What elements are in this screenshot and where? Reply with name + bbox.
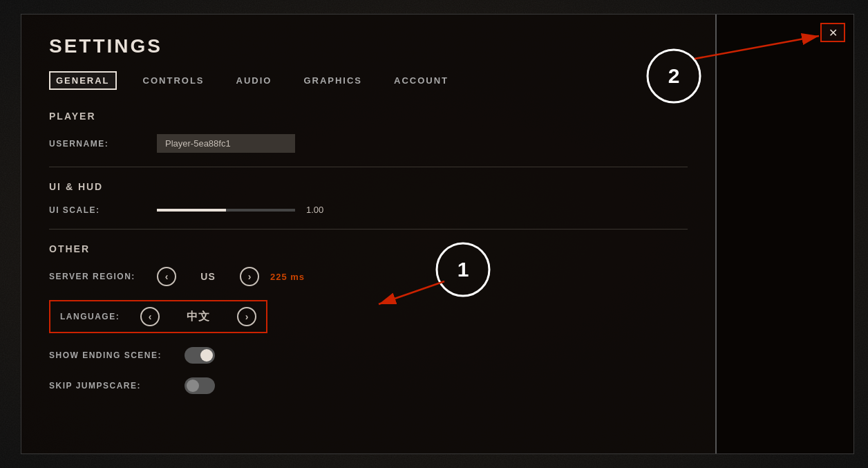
username-label: USERNAME: — [49, 139, 146, 149]
ui-scale-slider-container: 1.00 — [157, 205, 334, 215]
close-icon: ✕ — [829, 26, 838, 39]
settings-panel: ✕ SETTINGS GENERAL CONTROLS AUDIO GRAPHI… — [21, 14, 854, 454]
ui-hud-section: UI & HUD UI SCALE: 1.00 — [49, 181, 688, 215]
player-section-title: PLAYER — [49, 111, 688, 122]
ui-hud-section-title: UI & HUD — [49, 181, 688, 192]
username-row: USERNAME: — [49, 134, 688, 153]
show-ending-scene-slider — [185, 347, 215, 364]
server-region-value: US — [187, 271, 229, 282]
content-area: SETTINGS GENERAL CONTROLS AUDIO GRAPHICS… — [21, 15, 715, 453]
skip-jumpscare-slider — [185, 377, 215, 394]
server-region-next-button[interactable]: › — [240, 267, 259, 286]
other-section-title: OTHER — [49, 243, 688, 254]
server-region-prev-button[interactable]: ‹ — [157, 267, 176, 286]
skip-jumpscare-row: SKIP JUMPSCARE: — [49, 377, 688, 394]
close-button[interactable]: ✕ — [820, 23, 845, 42]
tab-audio[interactable]: AUDIO — [231, 73, 278, 88]
ui-scale-slider[interactable] — [157, 209, 295, 212]
tab-account[interactable]: ACCOUNT — [388, 73, 454, 88]
other-section: OTHER SERVER REGION: ‹ US › 225 ms LANGU… — [49, 243, 688, 394]
tab-graphics[interactable]: GRAPHICS — [298, 73, 368, 88]
ui-scale-label: UI SCALE: — [49, 205, 146, 215]
show-ending-scene-label: SHOW ENDING SCENE: — [49, 350, 173, 360]
language-next-button[interactable]: › — [237, 307, 256, 326]
language-row: LANGUAGE: ‹ 中文 › — [49, 300, 267, 333]
skip-jumpscare-label: SKIP JUMPSCARE: — [49, 381, 173, 391]
player-section: PLAYER USERNAME: — [49, 111, 688, 153]
tab-controls[interactable]: CONTROLS — [138, 73, 210, 88]
server-region-row: SERVER REGION: ‹ US › 225 ms — [49, 267, 688, 286]
language-value: 中文 — [171, 310, 226, 324]
show-ending-scene-toggle[interactable] — [185, 347, 215, 364]
language-prev-button[interactable]: ‹ — [140, 307, 160, 326]
divider-2 — [49, 229, 688, 230]
tab-general[interactable]: GENERAL — [49, 71, 117, 90]
skip-jumpscare-toggle[interactable] — [185, 377, 215, 394]
language-label: LANGUAGE: — [60, 312, 129, 321]
server-latency-text: 225 ms — [270, 272, 305, 282]
ui-scale-value: 1.00 — [306, 205, 334, 215]
tabs-bar: GENERAL CONTROLS AUDIO GRAPHICS ACCOUNT — [49, 71, 688, 90]
username-input[interactable] — [157, 134, 295, 153]
page-title: SETTINGS — [49, 35, 688, 57]
ui-scale-row: UI SCALE: 1.00 — [49, 205, 688, 215]
server-region-label: SERVER REGION: — [49, 272, 146, 281]
show-ending-scene-row: SHOW ENDING SCENE: — [49, 347, 688, 364]
divider-1 — [49, 167, 688, 167]
right-sidebar — [715, 15, 853, 453]
